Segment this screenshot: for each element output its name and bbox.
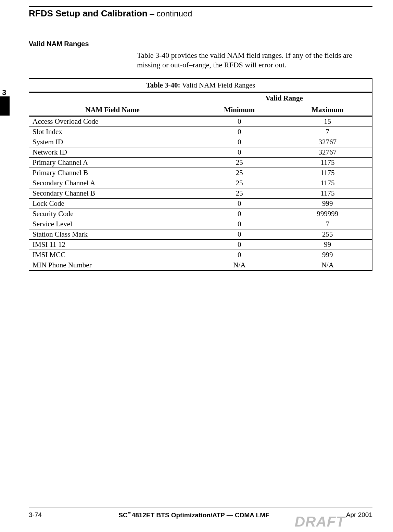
cell-field-name: Access Overload Code [29,116,196,127]
cell-field-name: Secondary Channel A [29,178,196,188]
cell-field-name: Security Code [29,209,196,219]
cell-min: N/A [196,260,283,271]
table-body: Access Overload Code015Slot Index07Syste… [29,116,372,271]
cell-max: 1175 [283,188,372,199]
table-row: MIN Phone NumberN/AN/A [29,260,372,271]
cell-max: 999 [283,250,372,260]
cell-field-name: IMSI MCC [29,250,196,260]
footer-mid-rest: 4812ET BTS Optimization/ATP — CDMA LMF [132,511,269,519]
footer-mid-prefix: SC [118,511,127,519]
table-row: Slot Index07 [29,127,372,137]
cell-max: 1175 [283,178,372,188]
cell-field-name: Service Level [29,219,196,229]
top-rule [29,6,372,7]
cell-max: 255 [283,229,372,240]
cell-min: 25 [196,168,283,178]
col-header-range: Valid Range [196,92,372,104]
table-row: Secondary Channel A251175 [29,178,372,188]
cell-max: 1175 [283,168,372,178]
table-row: Lock Code0999 [29,199,372,209]
table-row: Primary Channel A251175 [29,158,372,168]
cell-max: 999999 [283,209,372,219]
footer-rule [29,507,372,507]
table-row: Primary Channel B251175 [29,168,372,178]
intro-paragraph: Table 3-40 provides the valid NAM field … [137,51,353,70]
nam-ranges-table: Table 3-40: Valid NAM Field Ranges NAM F… [29,78,372,271]
chapter-tab: 3 [0,96,10,116]
cell-field-name: MIN Phone Number [29,260,196,271]
footer-date: Apr 2001 [346,511,372,519]
table-row: Access Overload Code015 [29,116,372,127]
table-caption-rest: Valid NAM Field Ranges [180,81,255,89]
cell-field-name: Network ID [29,147,196,158]
cell-min: 0 [196,219,283,229]
cell-max: 7 [283,127,372,137]
chapter-tab-number: 3 [2,88,6,97]
cell-field-name: Slot Index [29,127,196,137]
table-row: System ID032767 [29,137,372,147]
table-row: Service Level07 [29,219,372,229]
trademark-icon: ™ [128,511,132,516]
table-row: Security Code0999999 [29,209,372,219]
cell-field-name: IMSI 11 12 [29,240,196,250]
cell-min: 0 [196,116,283,127]
cell-field-name: Secondary Channel B [29,188,196,199]
cell-max: 999 [283,199,372,209]
cell-max: 99 [283,240,372,250]
cell-min: 25 [196,178,283,188]
table-row: Secondary Channel B251175 [29,188,372,199]
draft-watermark: DRAFT [295,514,345,530]
table-row: IMSI 11 12099 [29,240,372,250]
cell-min: 0 [196,127,283,137]
col-header-max: Maximum [283,104,372,116]
cell-max: N/A [283,260,372,271]
header-title-cont: – continued [148,9,192,18]
cell-field-name: System ID [29,137,196,147]
cell-min: 0 [196,229,283,240]
table-caption: Table 3-40: Valid NAM Field Ranges [29,79,372,92]
cell-field-name: Primary Channel A [29,158,196,168]
cell-min: 0 [196,209,283,219]
cell-max: 15 [283,116,372,127]
cell-max: 1175 [283,158,372,168]
table-row: Network ID032767 [29,147,372,158]
table-row: IMSI MCC0999 [29,250,372,260]
cell-field-name: Lock Code [29,199,196,209]
cell-field-name: Station Class Mark [29,229,196,240]
col-header-field: NAM Field Name [29,92,196,116]
cell-min: 0 [196,240,283,250]
cell-min: 0 [196,199,283,209]
cell-max: 7 [283,219,372,229]
cell-max: 32767 [283,147,372,158]
cell-min: 0 [196,147,283,158]
section-subheading: Valid NAM Ranges [29,40,372,48]
cell-field-name: Primary Channel B [29,168,196,178]
footer-doc-title: SC™4812ET BTS Optimization/ATP — CDMA LM… [118,511,269,519]
footer-page-number: 3-74 [29,511,42,519]
cell-min: 0 [196,137,283,147]
cell-max: 32767 [283,137,372,147]
header-title-bold: RFDS Setup and Calibration [29,8,148,18]
cell-min: 25 [196,158,283,168]
cell-min: 25 [196,188,283,199]
cell-min: 0 [196,250,283,260]
col-header-min: Minimum [196,104,283,116]
table-caption-bold: Table 3-40: [146,81,180,89]
table-row: Station Class Mark0255 [29,229,372,240]
page-header: RFDS Setup and Calibration – continued [29,8,372,19]
